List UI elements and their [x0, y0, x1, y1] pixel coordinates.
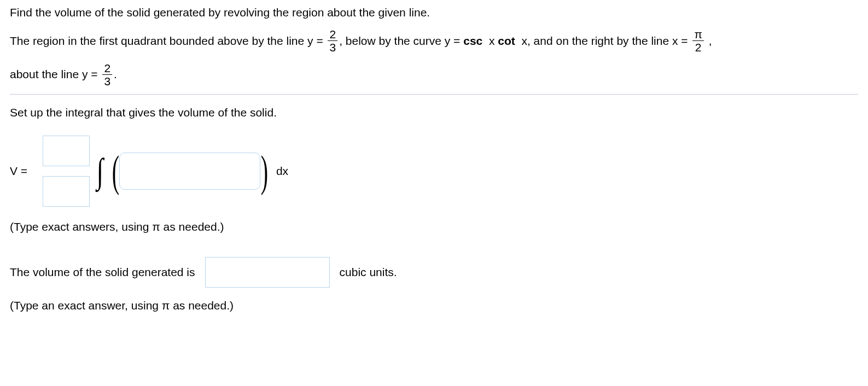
numerator: 2 [102, 62, 112, 75]
text-segment: about the line y = [10, 66, 101, 82]
volume-answer-row: The volume of the solid generated is cub… [10, 257, 858, 288]
numerator: π [692, 28, 704, 41]
text-segment: , [706, 33, 712, 49]
fraction-pi-2: π 2 [692, 28, 704, 54]
cot-function: cot [498, 33, 518, 49]
answer-text-before: The volume of the solid generated is [10, 264, 195, 280]
left-paren-icon: ( [112, 141, 119, 202]
numerator: 2 [328, 28, 337, 41]
variable-x: x [486, 33, 498, 49]
volume-answer-input[interactable] [205, 257, 330, 288]
fraction-2-3: 2 3 [328, 28, 337, 54]
integral-limits [43, 136, 90, 207]
lower-limit-input[interactable] [43, 176, 90, 207]
problem-description-line2: about the line y = 2 3 . [10, 62, 858, 87]
integrand-input[interactable] [119, 153, 260, 190]
problem-description-line1: The region in the first quadrant bounded… [10, 28, 858, 54]
text-segment: . [114, 66, 117, 82]
section-divider [10, 94, 858, 95]
text-segment: , below by the curve y = [339, 33, 463, 49]
text-segment: x, and on the right by the line x = [519, 33, 691, 49]
text-segment: The region in the first quadrant bounded… [10, 33, 326, 49]
dx-label: dx [276, 163, 288, 179]
setup-instruction: Set up the integral that gives the volum… [10, 104, 858, 120]
denominator: 2 [694, 41, 703, 54]
integral-expression: V = ∫ ( ) dx [10, 136, 858, 207]
problem-intro: Find the volume of the solid generated b… [10, 4, 858, 20]
csc-function: csc [463, 33, 486, 49]
right-paren-icon: ) [261, 141, 268, 202]
fraction-2-3-axis: 2 3 [102, 62, 112, 87]
answer-hint: (Type an exact answer, using π as needed… [10, 297, 858, 313]
integral-hint: (Type exact answers, using π as needed.) [10, 219, 858, 235]
volume-label: V = [10, 163, 27, 179]
integral-sign-icon: ∫ [97, 147, 103, 196]
answer-text-after: cubic units. [340, 264, 397, 280]
denominator: 3 [328, 41, 337, 54]
integral-group: ∫ ( ) dx [43, 136, 288, 207]
denominator: 3 [102, 75, 112, 87]
upper-limit-input[interactable] [43, 136, 90, 166]
